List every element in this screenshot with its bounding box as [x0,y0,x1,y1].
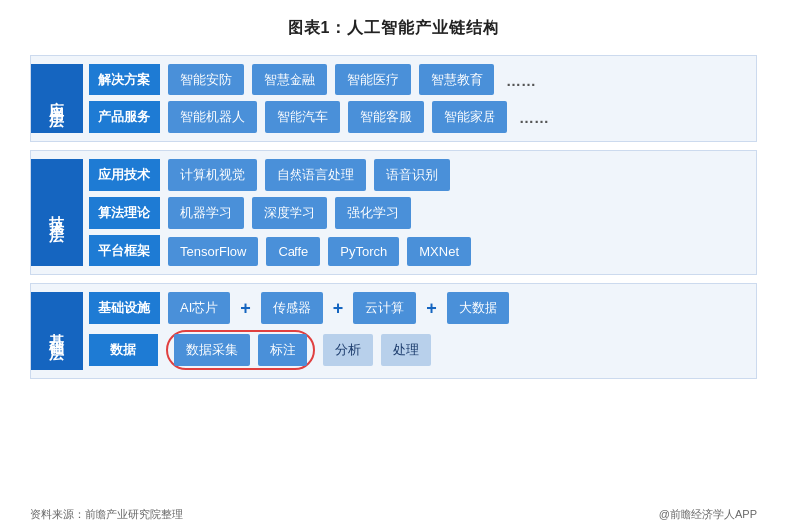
layer-label-application-layer: 应用层 [31,64,83,133]
cell-row-infra-0: AI芯片 [168,292,230,324]
cell-row-apptech-1: 自然语言处理 [265,159,366,191]
row-row-algorithm: 算法理论机器学习深度学习强化学习 [89,197,748,229]
cell-row-algorithm-1: 深度学习 [252,197,327,229]
footer-source: 资料来源：前瞻产业研究院整理 [30,507,183,522]
row-row-apptech: 应用技术计算机视觉自然语言处理语音识别 [89,159,748,191]
layer-label-base-layer: 基础层 [31,292,83,370]
cell-row-data-1: 标注 [258,334,307,366]
row-row-platform: 平台框架TensorFlowCaffePyTorchMXNet [89,235,748,266]
cell-row-infra-3: 大数据 [447,292,509,324]
row-row-data: 数据数据采集标注分析处理 [89,330,748,370]
cell-row-apptech-0: 计算机视觉 [168,159,257,191]
page-title: 图表1：人工智能产业链结构 [288,18,500,39]
cell-row-solution-3: 智慧教育 [419,64,494,95]
cell-row-platform-2: PyTorch [328,237,399,266]
cell-row-solution-0: 智能安防 [168,64,244,95]
cell-row-algorithm-2: 强化学习 [335,197,411,229]
section-inner-base-layer: 基础设施AI芯片+传感器+云计算+大数据数据数据采集标注分析处理 [89,292,748,370]
cell-row-data-3: 处理 [381,334,431,366]
section-base-layer: 基础层基础设施AI芯片+传感器+云计算+大数据数据数据采集标注分析处理 [30,283,757,379]
row-label-row-data: 数据 [89,334,158,366]
row-label-row-algorithm: 算法理论 [89,197,160,229]
layer-label-wrap-base-layer: 基础层 [31,292,83,370]
plus-sign-row-infra-1: + [238,298,253,319]
plus-sign-row-infra-3: + [424,298,439,319]
footer-brand: @前瞻经济学人APP [659,507,757,522]
cell-row-product-2: 智能客服 [348,101,424,133]
row-label-row-product: 产品服务 [89,101,160,133]
cell-row-solution-2: 智能医疗 [335,64,411,95]
dots-row-product: …… [515,102,553,133]
diagram: 应用层解决方案智能安防智慧金融智能医疗智慧教育……产品服务智能机器人智能汽车智能… [30,55,757,497]
section-application-layer: 应用层解决方案智能安防智慧金融智能医疗智慧教育……产品服务智能机器人智能汽车智能… [30,55,757,142]
row-label-row-solution: 解决方案 [89,64,160,95]
cell-row-algorithm-0: 机器学习 [168,197,244,229]
section-tech-layer: 技术层应用技术计算机视觉自然语言处理语音识别算法理论机器学习深度学习强化学习平台… [30,150,757,275]
dots-row-solution: …… [502,65,540,95]
plus-sign-row-infra-2: + [331,298,346,319]
section-inner-tech-layer: 应用技术计算机视觉自然语言处理语音识别算法理论机器学习深度学习强化学习平台框架T… [89,159,748,266]
cell-row-data-2: 分析 [323,334,373,366]
cell-row-product-3: 智能家居 [432,101,507,133]
row-label-row-infra: 基础设施 [89,292,160,324]
row-row-product: 产品服务智能机器人智能汽车智能客服智能家居…… [89,101,748,133]
cell-row-solution-1: 智慧金融 [252,64,327,95]
layer-label-wrap-tech-layer: 技术层 [31,159,83,266]
cell-row-platform-3: MXNet [407,237,471,266]
cell-row-data-0: 数据采集 [174,334,250,366]
cell-row-product-1: 智能汽车 [265,101,340,133]
cell-row-infra-1: 传感器 [261,292,323,324]
cell-row-platform-0: TensorFlow [168,237,258,266]
row-label-row-apptech: 应用技术 [89,159,160,191]
row-label-row-platform: 平台框架 [89,235,160,266]
layer-label-wrap-application-layer: 应用层 [31,64,83,133]
layer-label-tech-layer: 技术层 [31,159,83,266]
cell-row-apptech-2: 语音识别 [374,159,450,191]
section-inner-application-layer: 解决方案智能安防智慧金融智能医疗智慧教育……产品服务智能机器人智能汽车智能客服智… [89,64,748,133]
cell-row-product-0: 智能机器人 [168,101,257,133]
cell-row-platform-1: Caffe [266,237,320,266]
cell-row-infra-2: 云计算 [353,292,416,324]
row-row-solution: 解决方案智能安防智慧金融智能医疗智慧教育…… [89,64,748,95]
circled-group: 数据采集标注 [166,330,315,370]
row-row-infra: 基础设施AI芯片+传感器+云计算+大数据 [89,292,748,324]
